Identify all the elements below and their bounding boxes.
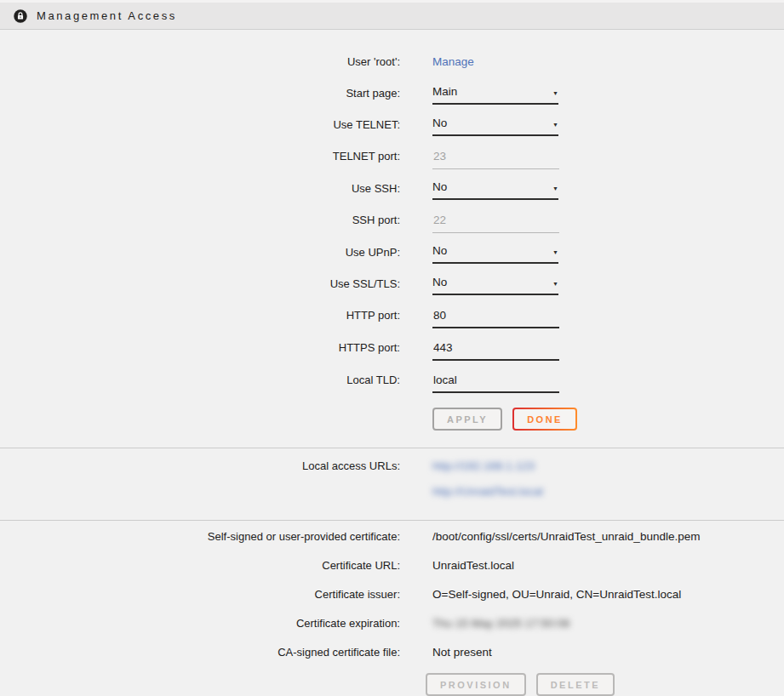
cert-row: Certificate expiration: Thu 15 May 2025 … <box>0 615 784 633</box>
http-port-input[interactable] <box>432 309 559 328</box>
use-telnet-select[interactable]: No▼ <box>432 117 558 136</box>
field-label: Certificate expiration: <box>0 615 400 630</box>
ssh-port-input <box>432 214 559 233</box>
chevron-down-icon: ▼ <box>552 185 558 193</box>
local-tld-input[interactable] <box>432 374 559 393</box>
cert-row: Self-signed or user-provided certificate… <box>0 528 784 546</box>
telnet-port-input <box>432 150 559 169</box>
form-row: Local TLD: <box>0 372 784 393</box>
local-access-url-link[interactable]: http://UnraidTest.local <box>432 485 543 498</box>
field-value: Not present <box>432 644 492 659</box>
apply-button[interactable]: APPLY <box>432 408 502 431</box>
form-row: Use SSL/TLS: No▼ <box>0 276 784 296</box>
field-value: /boot/config/ssl/certs/UnraidTest_unraid… <box>432 528 700 543</box>
field-label: TELNET port: <box>0 148 400 163</box>
page-title: Management Access <box>37 9 177 22</box>
field-label: HTTP port: <box>0 307 400 322</box>
form-row: Start page: Main▼ <box>0 85 784 106</box>
provision-button[interactable]: PROVISION <box>426 673 526 696</box>
management-access-form: User 'root': Manage Start page: Main▼ Us… <box>0 30 784 448</box>
cert-row: CA-signed certificate file: Not present <box>0 644 784 662</box>
start-page-select[interactable]: Main▼ <box>432 85 558 105</box>
local-access-label: Local access URLs: <box>0 458 400 472</box>
use-ssl-tls-select[interactable]: No▼ <box>432 276 558 295</box>
field-label: SSH port: <box>0 212 400 226</box>
field-label: Use TELNET: <box>0 117 400 131</box>
field-label: Local TLD: <box>0 372 400 386</box>
lock-circle-icon <box>13 9 28 24</box>
field-value: Thu 15 May 2025 17:50:08 <box>432 615 569 630</box>
section-header: Management Access <box>0 0 784 30</box>
user-root-link[interactable]: Manage <box>432 55 474 68</box>
field-label: CA-signed certificate file: <box>0 644 400 659</box>
local-access-url-link[interactable]: http://192.168.1.123 <box>432 459 543 472</box>
form-row: TELNET port: <box>0 148 784 169</box>
chevron-down-icon: ▼ <box>552 281 558 288</box>
field-label: Self-signed or user-provided certificate… <box>0 528 400 543</box>
certificate-rows: Self-signed or user-provided certificate… <box>0 521 784 662</box>
field-label: Use SSL/TLS: <box>0 276 400 290</box>
certificate-buttons: PROVISION DELETE <box>426 673 784 696</box>
field-value: UnraidTest.local <box>432 557 514 572</box>
use-upnp-select[interactable]: No▼ <box>432 244 558 264</box>
done-button[interactable]: DONE <box>512 408 577 431</box>
field-label: Certificate issuer: <box>0 586 400 601</box>
chevron-down-icon: ▼ <box>552 249 558 257</box>
field-label: Use SSH: <box>0 180 400 195</box>
use-ssh-select[interactable]: No▼ <box>432 180 558 200</box>
certificate-section: Self-signed or user-provided certificate… <box>0 521 784 696</box>
form-buttons: APPLY DONE <box>432 408 784 448</box>
delete-button[interactable]: DELETE <box>536 673 615 696</box>
form-row: Use SSH: No▼ <box>0 180 784 201</box>
field-label: Start page: <box>0 85 400 100</box>
field-label: Certificate URL: <box>0 557 400 572</box>
form-row: Use UPnP: No▼ <box>0 244 784 265</box>
field-value: O=Self-signed, OU=Unraid, CN=UnraidTest.… <box>432 586 681 601</box>
cert-row: Certificate issuer: O=Self-signed, OU=Un… <box>0 586 784 604</box>
field-label: Use UPnP: <box>0 244 400 259</box>
form-rows: User 'root': Manage Start page: Main▼ Us… <box>0 30 784 393</box>
chevron-down-icon: ▼ <box>552 122 558 129</box>
local-access-section: Local access URLs: http://192.168.1.123h… <box>0 448 784 520</box>
form-row: User 'root': Manage <box>0 54 784 74</box>
field-label: HTTPS port: <box>0 339 400 354</box>
field-label: User 'root': <box>0 54 400 68</box>
https-port-input[interactable] <box>432 341 559 361</box>
form-row: SSH port: <box>0 212 784 233</box>
cert-row: Certificate URL: UnraidTest.local <box>0 557 784 575</box>
form-row: HTTPS port: <box>0 339 784 361</box>
local-access-urls: http://192.168.1.123http://UnraidTest.lo… <box>432 458 543 498</box>
form-row: Use TELNET: No▼ <box>0 117 784 137</box>
chevron-down-icon: ▼ <box>552 90 558 98</box>
form-row: HTTP port: <box>0 307 784 328</box>
